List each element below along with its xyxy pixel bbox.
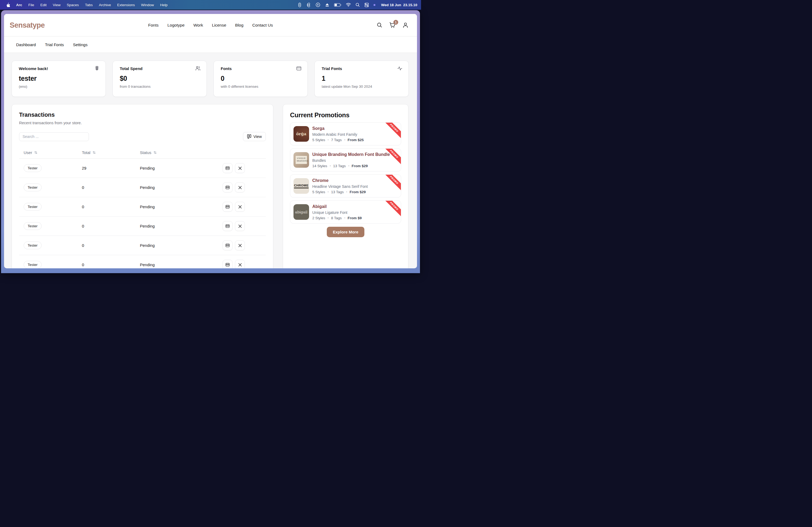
sort-icon [92,151,96,154]
subnav-item-trial-fonts[interactable]: Trial Fonts [45,42,64,47]
stat-icon [296,66,302,72]
explore-more-button[interactable]: Explore More [327,227,364,237]
play-circle-icon[interactable] [316,2,320,7]
row-delete-button[interactable] [235,260,245,268]
cart-badge: 1 [393,20,398,25]
total-cell: 29 [82,166,140,170]
nav-item-blog[interactable]: Blog [235,23,244,28]
promo-card-sorga[interactable]: örğa Sorga Modern Arabic Font Family 5 S… [290,122,401,146]
web-page: Sensatype FontsLogotypeWorkLicenseBlogCo… [4,14,417,268]
eject-icon[interactable] [325,3,330,7]
promo-name: Abigail [312,204,362,209]
status-cell: Pending [140,205,222,209]
main-nav: FontsLogotypeWorkLicenseBlogContact Us [148,23,273,28]
promo-card-abigail[interactable]: abigail Abigail Unique Ligature Font 2 S… [290,200,401,224]
transactions-table: UserTotalStatus Tester 29 Pending Tester… [19,147,266,268]
cart-button[interactable]: 1 [389,22,395,28]
row-delete-button[interactable] [235,221,245,231]
browser-window: Sensatype FontsLogotypeWorkLicenseBlogCo… [1,10,420,273]
subnav-item-dashboard[interactable]: Dashboard [16,42,36,47]
promo-name: Unique Branding Modern Font Bundle [312,152,390,157]
menu-item-extensions[interactable]: Extensions [117,3,135,7]
menu-item-edit[interactable]: Edit [40,3,46,7]
promo-ribbon: PROMO [382,175,401,192]
promo-card-chrome[interactable]: CHROME Chrome Headline Vintage Sans Seri… [290,175,401,197]
status-cell: Pending [140,185,222,190]
view-button[interactable]: View [243,132,266,141]
keystroke-icon[interactable] [298,2,302,7]
user-pill: Tester [24,164,42,172]
search-icon[interactable] [377,22,382,28]
column-header-user[interactable]: User [19,150,82,155]
user-icon[interactable] [403,22,408,28]
promo-card-unique-branding-modern-font-bundle[interactable]: UNIQUE BRANDING Unique Branding Modern F… [290,148,401,171]
nav-item-fonts[interactable]: Fonts [148,23,159,28]
activity-icon [397,66,403,71]
row-detail-button[interactable] [222,260,233,268]
menu-item-view[interactable]: View [53,3,61,7]
menu-item-file[interactable]: File [28,3,34,7]
menu-item-arc[interactable]: Arc [16,3,22,7]
row-delete-button[interactable] [235,202,245,212]
row-detail-button[interactable] [222,202,233,212]
card-icon [225,262,230,267]
row-detail-button[interactable] [222,163,233,173]
wifi-icon[interactable] [346,3,351,7]
stat-cards: Welcome back! tester (eno) Total Spend $… [12,61,409,97]
view-button-label: View [253,134,262,139]
total-cell: 0 [82,243,140,248]
stat-value: 0 [221,75,301,82]
row-detail-button[interactable] [222,240,233,250]
close-icon [238,263,242,267]
stat-value: 1 [322,75,402,82]
users-icon [195,66,201,71]
menu-item-window[interactable]: Window [141,3,154,7]
promo-thumbnail: CHROME [293,178,309,194]
transactions-panel: Transactions Recent transactions from yo… [12,104,273,268]
nav-item-work[interactable]: Work [193,23,203,28]
search-input[interactable] [19,132,89,141]
nav-item-logotype[interactable]: Logotype [167,23,185,28]
site-logo[interactable]: Sensatype [10,21,45,29]
control-center-icon[interactable] [364,3,369,7]
row-delete-button[interactable] [235,240,245,250]
stat-icon [397,66,403,72]
stat-card-trial-fonts: Trial Fonts 1 latest update Mon Sep 30 2… [315,61,409,97]
stat-card-total-spend: Total Spend $0 from 0 transactions [113,61,207,97]
stat-title: Total Spend [120,66,200,71]
status-cell: Pending [140,224,222,228]
nav-item-license[interactable]: License [212,23,226,28]
table-row: Tester 29 Pending [19,159,266,178]
row-delete-button[interactable] [235,163,245,173]
subnav-item-settings[interactable]: Settings [73,42,88,47]
notification-dot [374,4,375,6]
apple-logo-icon[interactable] [6,3,10,7]
spotlight-search-icon[interactable] [356,3,360,7]
row-delete-button[interactable] [235,182,245,192]
column-header-total[interactable]: Total [82,150,140,155]
stat-card-fonts: Fonts 0 with 0 different licenses [214,61,308,97]
battery-icon[interactable] [334,3,341,7]
promotions-list: örğa Sorga Modern Arabic Font Family 5 S… [290,122,401,224]
menu-item-archive[interactable]: Archive [99,3,111,7]
row-detail-button[interactable] [222,182,233,192]
menu-item-help[interactable]: Help [160,3,168,7]
promo-meta: 14 Styles 13 Tags From $29 [312,164,390,168]
knot-icon[interactable] [306,2,311,7]
menu-item-tabs[interactable]: Tabs [85,3,93,7]
nav-item-contact-us[interactable]: Contact Us [252,23,273,28]
promo-thumbnail: UNIQUE BRANDING [293,152,309,168]
site-header: Sensatype FontsLogotypeWorkLicenseBlogCo… [4,14,417,36]
card-icon [225,205,230,209]
promo-description: Headline Vintage Sans Serif Font [312,184,368,189]
close-icon [238,166,242,170]
menubar-clock[interactable]: Wed 18 Jun 23.15.10 [381,3,417,7]
column-header-status[interactable]: Status [140,150,222,155]
stat-value: tester [19,75,99,82]
menu-item-spaces[interactable]: Spaces [67,3,79,7]
flower-icon [94,66,100,71]
total-cell: 0 [82,224,140,228]
row-detail-button[interactable] [222,221,233,231]
promo-thumbnail: abigail [293,204,309,220]
table-row: Tester 0 Pending [19,216,266,236]
